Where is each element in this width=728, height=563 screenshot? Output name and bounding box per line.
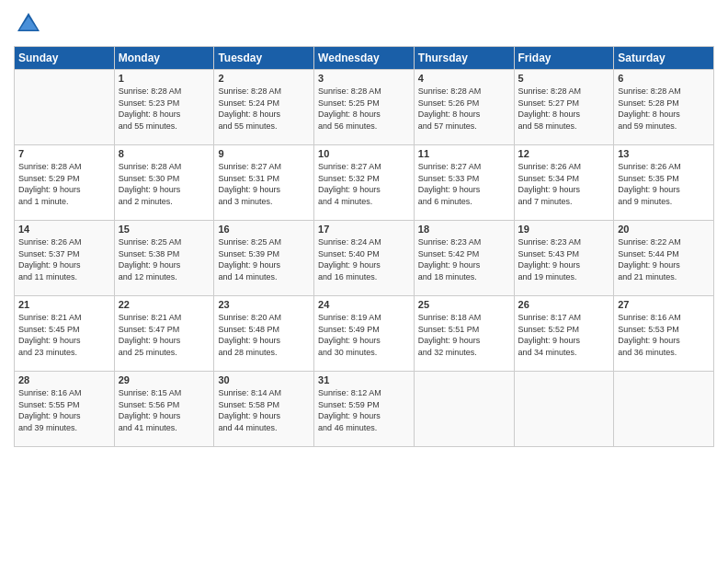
calendar-cell: 30Sunrise: 8:14 AM Sunset: 5:58 PM Dayli… <box>214 372 314 447</box>
day-info: Sunrise: 8:12 AM Sunset: 5:59 PM Dayligh… <box>318 387 410 433</box>
calendar-cell <box>414 372 514 447</box>
calendar-cell: 7Sunrise: 8:28 AM Sunset: 5:29 PM Daylig… <box>15 145 115 221</box>
day-number: 27 <box>618 299 710 310</box>
calendar-cell: 15Sunrise: 8:25 AM Sunset: 5:38 PM Dayli… <box>114 221 214 296</box>
day-info: Sunrise: 8:23 AM Sunset: 5:42 PM Dayligh… <box>418 236 510 282</box>
page-header <box>14 9 714 39</box>
day-number: 4 <box>418 73 510 84</box>
day-number: 3 <box>318 73 410 84</box>
calendar-cell: 21Sunrise: 8:21 AM Sunset: 5:45 PM Dayli… <box>15 296 115 372</box>
calendar-cell: 23Sunrise: 8:20 AM Sunset: 5:48 PM Dayli… <box>214 296 314 372</box>
calendar-cell <box>614 372 714 447</box>
day-info: Sunrise: 8:24 AM Sunset: 5:40 PM Dayligh… <box>318 236 410 282</box>
calendar-cell: 27Sunrise: 8:16 AM Sunset: 5:53 PM Dayli… <box>614 296 714 372</box>
day-number: 26 <box>518 299 610 310</box>
day-info: Sunrise: 8:28 AM Sunset: 5:24 PM Dayligh… <box>218 86 310 132</box>
calendar-cell: 26Sunrise: 8:17 AM Sunset: 5:52 PM Dayli… <box>514 296 614 372</box>
calendar-cell: 19Sunrise: 8:23 AM Sunset: 5:43 PM Dayli… <box>514 221 614 296</box>
calendar-cell: 11Sunrise: 8:27 AM Sunset: 5:33 PM Dayli… <box>414 145 514 221</box>
calendar-cell: 4Sunrise: 8:28 AM Sunset: 5:26 PM Daylig… <box>414 70 514 145</box>
day-info: Sunrise: 8:28 AM Sunset: 5:26 PM Dayligh… <box>418 86 510 132</box>
calendar-cell: 17Sunrise: 8:24 AM Sunset: 5:40 PM Dayli… <box>314 221 415 296</box>
day-number: 14 <box>18 224 110 235</box>
day-info: Sunrise: 8:28 AM Sunset: 5:28 PM Dayligh… <box>618 86 710 132</box>
day-info: Sunrise: 8:15 AM Sunset: 5:56 PM Dayligh… <box>119 387 210 433</box>
calendar-cell: 2Sunrise: 8:28 AM Sunset: 5:24 PM Daylig… <box>214 70 314 145</box>
calendar-cell: 16Sunrise: 8:25 AM Sunset: 5:39 PM Dayli… <box>214 221 314 296</box>
calendar-cell: 10Sunrise: 8:27 AM Sunset: 5:32 PM Dayli… <box>314 145 415 221</box>
day-info: Sunrise: 8:19 AM Sunset: 5:49 PM Dayligh… <box>318 312 410 358</box>
day-info: Sunrise: 8:26 AM Sunset: 5:35 PM Dayligh… <box>618 161 710 207</box>
logo <box>14 9 47 39</box>
page-container: SundayMondayTuesdayWednesdayThursdayFrid… <box>0 0 728 456</box>
day-info: Sunrise: 8:28 AM Sunset: 5:27 PM Dayligh… <box>518 86 610 132</box>
calendar-cell: 28Sunrise: 8:16 AM Sunset: 5:55 PM Dayli… <box>15 372 115 447</box>
day-info: Sunrise: 8:21 AM Sunset: 5:47 PM Dayligh… <box>119 312 210 358</box>
day-number: 24 <box>318 299 410 310</box>
day-info: Sunrise: 8:25 AM Sunset: 5:38 PM Dayligh… <box>119 236 210 282</box>
day-number: 7 <box>18 148 110 159</box>
day-number: 28 <box>18 374 110 385</box>
calendar-cell <box>514 372 614 447</box>
day-number: 6 <box>618 73 710 84</box>
day-number: 18 <box>418 224 510 235</box>
day-number: 1 <box>119 73 210 84</box>
day-number: 9 <box>218 148 310 159</box>
calendar-cell: 20Sunrise: 8:22 AM Sunset: 5:44 PM Dayli… <box>614 221 714 296</box>
calendar-cell: 5Sunrise: 8:28 AM Sunset: 5:27 PM Daylig… <box>514 70 614 145</box>
day-number: 8 <box>119 148 210 159</box>
day-number: 17 <box>318 224 410 235</box>
calendar-week-row: 7Sunrise: 8:28 AM Sunset: 5:29 PM Daylig… <box>15 145 714 221</box>
calendar-cell: 25Sunrise: 8:18 AM Sunset: 5:51 PM Dayli… <box>414 296 514 372</box>
day-number: 10 <box>318 148 410 159</box>
day-info: Sunrise: 8:22 AM Sunset: 5:44 PM Dayligh… <box>618 236 710 282</box>
calendar-cell: 6Sunrise: 8:28 AM Sunset: 5:28 PM Daylig… <box>614 70 714 145</box>
day-info: Sunrise: 8:25 AM Sunset: 5:39 PM Dayligh… <box>218 236 310 282</box>
logo-icon <box>14 9 43 39</box>
header-cell: Tuesday <box>214 47 314 70</box>
day-info: Sunrise: 8:26 AM Sunset: 5:34 PM Dayligh… <box>518 161 610 207</box>
header-cell: Wednesday <box>314 47 415 70</box>
day-number: 11 <box>418 148 510 159</box>
calendar-cell: 12Sunrise: 8:26 AM Sunset: 5:34 PM Dayli… <box>514 145 614 221</box>
day-number: 2 <box>218 73 310 84</box>
day-number: 25 <box>418 299 510 310</box>
day-number: 29 <box>119 374 210 385</box>
calendar-week-row: 1Sunrise: 8:28 AM Sunset: 5:23 PM Daylig… <box>15 70 714 145</box>
day-number: 23 <box>218 299 310 310</box>
calendar-cell: 9Sunrise: 8:27 AM Sunset: 5:31 PM Daylig… <box>214 145 314 221</box>
day-info: Sunrise: 8:27 AM Sunset: 5:33 PM Dayligh… <box>418 161 510 207</box>
day-info: Sunrise: 8:16 AM Sunset: 5:53 PM Dayligh… <box>618 312 710 358</box>
calendar-week-row: 21Sunrise: 8:21 AM Sunset: 5:45 PM Dayli… <box>15 296 714 372</box>
calendar-cell: 31Sunrise: 8:12 AM Sunset: 5:59 PM Dayli… <box>314 372 415 447</box>
day-number: 13 <box>618 148 710 159</box>
day-info: Sunrise: 8:26 AM Sunset: 5:37 PM Dayligh… <box>18 236 110 282</box>
day-info: Sunrise: 8:20 AM Sunset: 5:48 PM Dayligh… <box>218 312 310 358</box>
day-number: 21 <box>18 299 110 310</box>
day-info: Sunrise: 8:14 AM Sunset: 5:58 PM Dayligh… <box>218 387 310 433</box>
calendar-cell: 13Sunrise: 8:26 AM Sunset: 5:35 PM Dayli… <box>614 145 714 221</box>
day-info: Sunrise: 8:27 AM Sunset: 5:31 PM Dayligh… <box>218 161 310 207</box>
day-info: Sunrise: 8:28 AM Sunset: 5:25 PM Dayligh… <box>318 86 410 132</box>
calendar-cell: 14Sunrise: 8:26 AM Sunset: 5:37 PM Dayli… <box>15 221 115 296</box>
calendar-cell: 22Sunrise: 8:21 AM Sunset: 5:47 PM Dayli… <box>114 296 214 372</box>
header-row: SundayMondayTuesdayWednesdayThursdayFrid… <box>15 47 714 70</box>
day-number: 31 <box>318 374 410 385</box>
day-number: 16 <box>218 224 310 235</box>
day-number: 22 <box>119 299 210 310</box>
day-number: 15 <box>119 224 210 235</box>
calendar-cell <box>15 70 115 145</box>
header-cell: Friday <box>514 47 614 70</box>
calendar-cell: 29Sunrise: 8:15 AM Sunset: 5:56 PM Dayli… <box>114 372 214 447</box>
day-info: Sunrise: 8:28 AM Sunset: 5:23 PM Dayligh… <box>119 86 210 132</box>
day-number: 19 <box>518 224 610 235</box>
day-info: Sunrise: 8:23 AM Sunset: 5:43 PM Dayligh… <box>518 236 610 282</box>
day-number: 12 <box>518 148 610 159</box>
header-cell: Monday <box>114 47 214 70</box>
header-cell: Sunday <box>15 47 115 70</box>
day-info: Sunrise: 8:17 AM Sunset: 5:52 PM Dayligh… <box>518 312 610 358</box>
day-number: 20 <box>618 224 710 235</box>
calendar-table: SundayMondayTuesdayWednesdayThursdayFrid… <box>14 46 714 447</box>
day-number: 5 <box>518 73 610 84</box>
calendar-cell: 24Sunrise: 8:19 AM Sunset: 5:49 PM Dayli… <box>314 296 415 372</box>
